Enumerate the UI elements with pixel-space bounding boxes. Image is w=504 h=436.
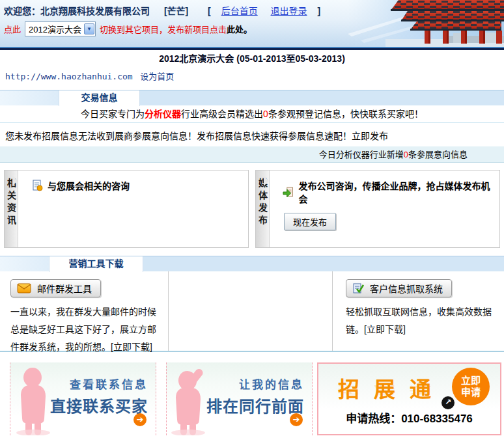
set-homepage-link[interactable]: 设为首页 xyxy=(140,72,174,81)
click-here-prefix: 点此 xyxy=(4,23,21,35)
publish-news-icon xyxy=(283,186,294,198)
grab-tool-button[interactable]: 客户信息抓取系统 xyxy=(346,279,452,297)
publish-now-button[interactable]: 现在发布 xyxy=(284,213,336,230)
arrow-circle-icon: ➔ xyxy=(133,413,147,426)
welcome-bar: 欢迎您：北京翔展科技发展有限公司 [芒芒] [ 后台首页 退出登录 ] xyxy=(0,0,504,17)
curved-arrow-icon: ↗ xyxy=(441,396,455,409)
intent-count-pre: 今日分析仪器行业新增 xyxy=(319,150,404,159)
exhibitor-backend-page: 欢迎您：北京翔展科技发展有限公司 [芒芒] [ 后台首页 退出登录 ] 点此 2… xyxy=(0,0,504,436)
media-publish-panel: 媒体发布 发布公司咨询，传播企业品牌，抢占媒体发布机会 现在发布 xyxy=(255,170,500,248)
apply-badge-line2: 申请 xyxy=(461,387,481,398)
rank-banner-line2: 排在同行前面 xyxy=(206,394,304,416)
empty-tool-column xyxy=(168,271,332,351)
contact-banner-text: 查看联系信息 直接联系买家 xyxy=(50,375,148,416)
envelope-icon xyxy=(17,283,31,293)
project-switch-bar: 点此 2012演示大会 ▼ 切换到其它项目，发布新项目点击此处。 xyxy=(0,17,504,36)
switch-project-text: 切换到其它项目，发布新项目点击 xyxy=(100,23,227,35)
event-title: 2012北京演示大会 (05-01-2013至05-03-2013) xyxy=(159,53,345,64)
buyer-message-mid: 行业高级会员精选出 xyxy=(181,109,263,119)
tab-marketing-tools[interactable]: 营销工具下载 xyxy=(49,256,143,272)
promo-banners: 查看联系信息 直接联系买家 ➔ 让我的信息 排在同行前面 ➔ 招展通 招展通 xyxy=(0,362,504,435)
period-text: 。 xyxy=(244,23,252,35)
bracket-open: [ xyxy=(208,6,211,16)
event-title-bar: 2012北京演示大会 (05-01-2013至05-03-2013) xyxy=(0,50,504,67)
grab-tool-description: 轻松抓取互联网信息，收集高效数据链。[立即下载] xyxy=(346,303,495,338)
related-news-side-strip: 相关资讯 xyxy=(5,170,18,247)
grab-tool-column: 客户信息抓取系统 轻松抓取互联网信息，收集高效数据链。[立即下载] xyxy=(332,271,504,351)
click-here-link[interactable]: 此处 xyxy=(227,23,244,35)
contact-buyers-banner[interactable]: 查看联系信息 直接联系买家 ➔ xyxy=(10,362,156,435)
visitor-count: 0 xyxy=(263,109,268,119)
email-tool-button-label: 邮件群发工具 xyxy=(37,282,92,295)
tools-tabstrip: 营销工具下载 xyxy=(0,256,504,271)
backstage-home-link[interactable]: 后台首页 xyxy=(221,6,258,16)
media-publish-heading: 发布公司咨询，传播企业品牌，抢占媒体发布机会 xyxy=(298,179,493,205)
grab-tool-download-link[interactable]: [立即下载] xyxy=(364,324,406,334)
email-tool-description: 一直以来，我在群发大量邮件的时候总是缺乏好工具这下好了，展立方邮件群发系统，我的… xyxy=(10,303,159,356)
marketing-tools-box: 邮件群发工具 一直以来，我在群发大量邮件的时候总是缺乏好工具这下好了，展立方邮件… xyxy=(0,271,504,352)
rank-first-banner[interactable]: 让我的信息 排在同行前面 ➔ xyxy=(166,362,313,435)
hotline-number: 010-68335476 xyxy=(401,413,473,425)
buyer-message-pre: 今日买家专门为 xyxy=(81,109,145,119)
project-select-value: 2012演示大会 xyxy=(29,23,84,35)
buyer-message-post: 条参观预登记信息，快快联系买家吧！ xyxy=(268,109,423,119)
site-url[interactable]: http://www.haozhanhui.com xyxy=(5,72,133,81)
email-tool-button[interactable]: 邮件群发工具 xyxy=(10,279,101,297)
media-publish-side-label: 媒体发布 xyxy=(256,178,269,247)
related-news-heading: 与您展会相关的咨询 xyxy=(48,179,130,192)
related-news-body: 与您展会相关的咨询 xyxy=(18,170,248,247)
publish-invite-message: 您未发布招展信息无法收到展商参展意向信息！发布招展信息快速获得参展信息速配！立即… xyxy=(0,123,504,146)
contact-banner-line2: 直接联系买家 xyxy=(50,394,148,416)
hotline-row: 申请热线：010-68335476 xyxy=(318,409,500,426)
publish-invite-text: 您未发布招展信息无法收到展商参展意向信息！发布招展信息快速获得参展信息速配！ xyxy=(5,131,352,141)
zhaozhantong-brand-reflection: 招展通 xyxy=(338,383,445,398)
industry-highlight: 分析仪器 xyxy=(145,109,181,119)
rank-banner-text: 让我的信息 排在同行前面 xyxy=(206,375,304,416)
media-publish-heading-row: 发布公司咨询，传播企业品牌，抢占媒体发布机会 xyxy=(283,179,493,205)
hotline-label: 申请热线： xyxy=(346,413,401,425)
related-news-heading-row: 与您展会相关的咨询 xyxy=(31,179,242,192)
email-tool-column: 邮件群发工具 一直以来，我在群发大量邮件的时候总是缺乏好工具这下好了，展立方邮件… xyxy=(0,271,168,351)
apply-badge-line1: 立即 xyxy=(461,375,481,387)
media-publish-body: 发布公司咨询，传播企业品牌，抢占媒体发布机会 现在发布 xyxy=(270,170,499,247)
bracket-close: ] xyxy=(317,6,320,16)
intent-count-row: 今日分析仪器行业新增0条参展意向信息 xyxy=(0,146,504,163)
related-news-side-label: 相关资讯 xyxy=(5,178,18,247)
tab-trade-info[interactable]: 交易信息 xyxy=(59,90,140,106)
logout-link[interactable]: 退出登录 xyxy=(271,6,307,16)
data-capture-icon xyxy=(352,282,364,294)
page-header: 欢迎您：北京翔展科技发展有限公司 [芒芒] [ 后台首页 退出登录 ] 点此 2… xyxy=(0,0,504,47)
trade-tabstrip: 交易信息 xyxy=(0,90,504,105)
publish-now-link[interactable]: 立即发布 xyxy=(352,131,388,141)
info-panels: 相关资讯 与您展会相关的咨询 媒体发布 xyxy=(0,170,504,248)
email-tool-download-link[interactable]: [立即下载] xyxy=(111,342,152,352)
user-nickname: [芒芒] xyxy=(164,6,188,16)
rank-banner-line1: 让我的信息 xyxy=(206,375,304,392)
related-news-panel: 相关资讯 与您展会相关的咨询 xyxy=(4,170,249,248)
apply-now-badge[interactable]: 立即 申请 xyxy=(452,368,490,405)
media-publish-side-strip: 媒体发布 xyxy=(256,170,270,247)
project-select[interactable]: 2012演示大会 ▼ xyxy=(25,21,96,36)
intent-count-post: 条参展意向信息 xyxy=(408,150,468,159)
zhaozhantong-banner[interactable]: 招展通 招展通 立即 申请 ↗ 申请热线：010-68335476 xyxy=(317,362,501,435)
intent-count: 0 xyxy=(404,150,408,159)
arrow-circle-icon: ➔ xyxy=(290,413,303,426)
contact-banner-line1: 查看联系信息 xyxy=(50,375,148,392)
buyer-message: 今日买家专门为分析仪器行业高级会员精选出0条参观预登记信息，快快联系买家吧！ xyxy=(0,105,504,123)
document-icon xyxy=(31,180,43,191)
grab-tool-button-label: 客户信息抓取系统 xyxy=(370,282,443,295)
site-bar: http://www.haozhanhui.com 设为首页 xyxy=(0,67,504,90)
chevron-down-icon: ▼ xyxy=(84,23,94,34)
welcome-text: 欢迎您：北京翔展科技发展有限公司 xyxy=(4,6,150,16)
